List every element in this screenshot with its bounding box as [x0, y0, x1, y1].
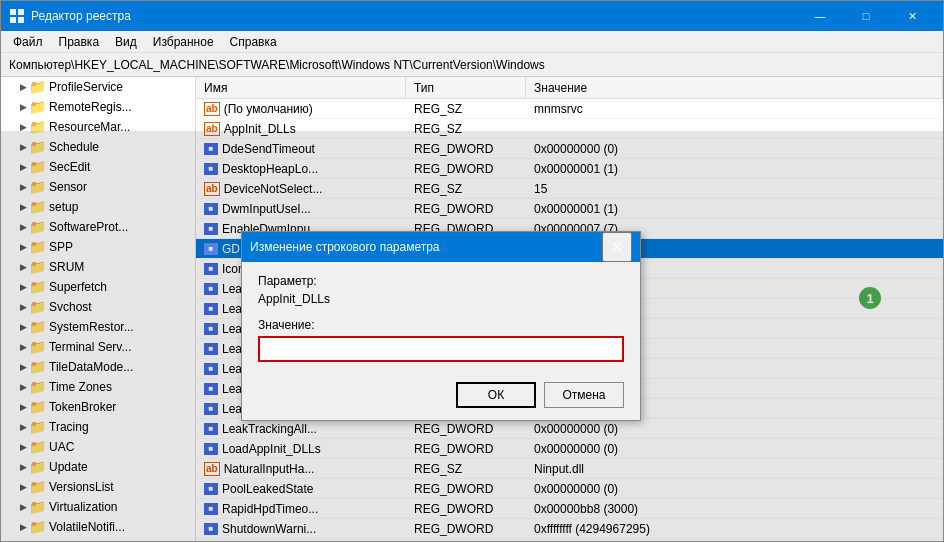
dialog-input-wrapper	[258, 336, 624, 362]
string-parameter-dialog: Изменение строкового параметра ✕ Парамет…	[241, 231, 641, 421]
dialog-overlay: Изменение строкового параметра ✕ Парамет…	[1, 131, 943, 541]
sidebar-label: RemoteRegis...	[49, 100, 132, 114]
svg-rect-2	[10, 17, 16, 23]
table-header: Имя Тип Значение	[196, 77, 943, 99]
cell-name-text: (По умолчанию)	[224, 102, 313, 116]
sidebar-item-ProfileService[interactable]: ▶ 📁 ProfileService	[1, 77, 195, 97]
dialog-title: Изменение строкового параметра	[250, 240, 602, 254]
svg-rect-0	[10, 9, 16, 15]
sidebar-item-RemoteRegis[interactable]: ▶ 📁 RemoteRegis...	[1, 97, 195, 117]
col-header-type: Тип	[406, 77, 526, 98]
address-text: Компьютер\HKEY_LOCAL_MACHINE\SOFTWARE\Mi…	[9, 58, 545, 72]
title-bar: Редактор реестра — □ ✕	[1, 1, 943, 31]
col-header-name: Имя	[196, 77, 406, 98]
menu-view[interactable]: Вид	[107, 33, 145, 51]
col-header-value: Значение	[526, 77, 943, 98]
registry-editor-window: Редактор реестра — □ ✕ Файл Правка Вид И…	[0, 0, 944, 542]
app-icon	[9, 8, 25, 24]
cell-value	[526, 128, 943, 130]
reg-type-icon: ab	[204, 102, 220, 116]
menu-file[interactable]: Файл	[5, 33, 51, 51]
cell-type: REG_SZ	[406, 101, 526, 117]
minimize-button[interactable]: —	[797, 1, 843, 31]
folder-icon: 📁	[29, 79, 45, 95]
menu-favorites[interactable]: Избранное	[145, 33, 222, 51]
dialog-ok-button[interactable]: ОК	[456, 382, 536, 408]
close-button[interactable]: ✕	[889, 1, 935, 31]
dialog-param-label: Параметр:	[258, 274, 624, 288]
folder-icon: 📁	[29, 99, 45, 115]
sidebar-label: ProfileService	[49, 80, 123, 94]
dialog-value-label: Значение:	[258, 318, 624, 332]
svg-rect-1	[18, 9, 24, 15]
expand-arrow: ▶	[17, 79, 29, 95]
dialog-value-input[interactable]	[264, 342, 618, 356]
dialog-footer: ОК Отмена	[242, 374, 640, 420]
cell-value: mnmsrvc	[526, 101, 943, 117]
menu-bar: Файл Правка Вид Избранное Справка	[1, 31, 943, 53]
dialog-close-button[interactable]: ✕	[602, 232, 632, 262]
cell-name: ab (По умолчанию)	[196, 101, 406, 117]
svg-rect-3	[18, 17, 24, 23]
window-controls: — □ ✕	[797, 1, 935, 31]
dialog-cancel-button[interactable]: Отмена	[544, 382, 624, 408]
menu-help[interactable]: Справка	[222, 33, 285, 51]
maximize-button[interactable]: □	[843, 1, 889, 31]
address-bar: Компьютер\HKEY_LOCAL_MACHINE\SOFTWARE\Mi…	[1, 53, 943, 77]
window-title: Редактор реестра	[31, 9, 797, 23]
expand-arrow: ▶	[17, 99, 29, 115]
main-wrapper: ▶ 📁 ProfileService ▶ 📁 RemoteRegis... ▶ …	[1, 77, 943, 541]
table-row[interactable]: ab (По умолчанию) REG_SZ mnmsrvc	[196, 99, 943, 119]
dialog-param-value: AppInit_DLLs	[258, 292, 624, 306]
menu-edit[interactable]: Правка	[51, 33, 108, 51]
dialog-body: Параметр: AppInit_DLLs Значение:	[242, 262, 640, 374]
dialog-title-bar: Изменение строкового параметра ✕	[242, 232, 640, 262]
